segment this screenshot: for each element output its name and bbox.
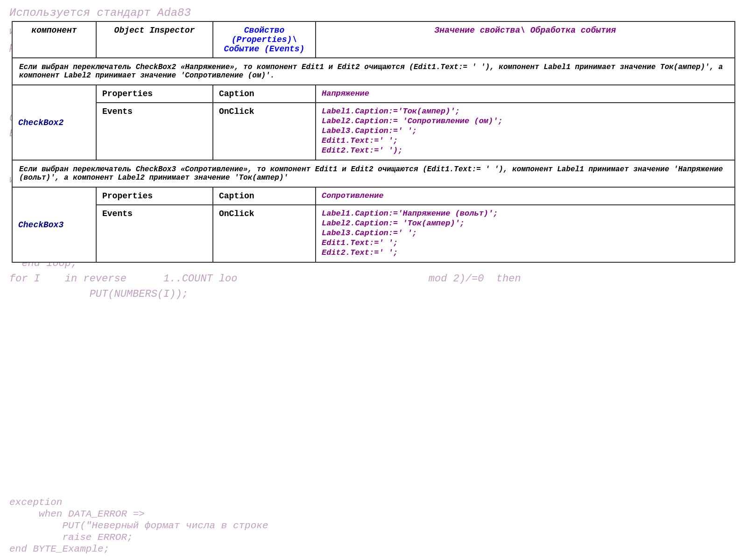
header-component: компонент (12, 21, 96, 58)
section2-value1: Сопротивление (316, 187, 735, 205)
section2-property1: Caption (213, 187, 316, 205)
section1-component: CheckBox2 (12, 85, 96, 160)
section1-value1: Напряжение (316, 85, 735, 103)
section2-info-row: Если выбран переключатель CheckBox3 «Соп… (12, 160, 735, 187)
section2-property2: OnClick (213, 205, 316, 262)
header-value: Значение свойства\ Обработка события (316, 21, 735, 58)
section2-inspector2: Events (96, 205, 213, 262)
section1-inspector2: Events (96, 103, 213, 160)
section1-inspector1: Properties (96, 85, 213, 103)
section1-values: Label1.Caption:='Ток(ампер)'; Label2.Cap… (316, 103, 735, 160)
section1-info-text: Если выбран переключатель CheckBox2 «Нап… (12, 58, 735, 85)
section1-property2: OnClick (213, 103, 316, 160)
section1-info-row: Если выбран переключатель CheckBox2 «Нап… (12, 58, 735, 85)
bottom-code: exception when DATA_ERROR => PUT("Неверн… (9, 497, 268, 555)
section2-inspector1: Properties (96, 187, 213, 205)
section2-component: CheckBox3 (12, 187, 96, 262)
section2-row2: Events OnClick Label1.Caption:='Напряжен… (12, 205, 735, 262)
main-table: компонент Object Inspector Свойство (Pro… (12, 21, 735, 263)
section2-values: Label1.Caption:='Напряжение (вольт)'; La… (316, 205, 735, 262)
section1-row1: CheckBox2 Properties Caption Напряжение (12, 85, 735, 103)
section2-info-text: Если выбран переключатель CheckBox3 «Соп… (12, 160, 735, 187)
section1-row2: Events OnClick Label1.Caption:='Ток(ампе… (12, 103, 735, 160)
header-inspector: Object Inspector (96, 21, 213, 58)
header-property: Свойство (Properties)\ Событие (Events) (213, 21, 316, 58)
main-content: компонент Object Inspector Свойство (Pro… (12, 21, 735, 263)
header-row: компонент Object Inspector Свойство (Pro… (12, 21, 735, 58)
section1-property1: Caption (213, 85, 316, 103)
section2-row1: CheckBox3 Properties Caption Сопротивлен… (12, 187, 735, 205)
